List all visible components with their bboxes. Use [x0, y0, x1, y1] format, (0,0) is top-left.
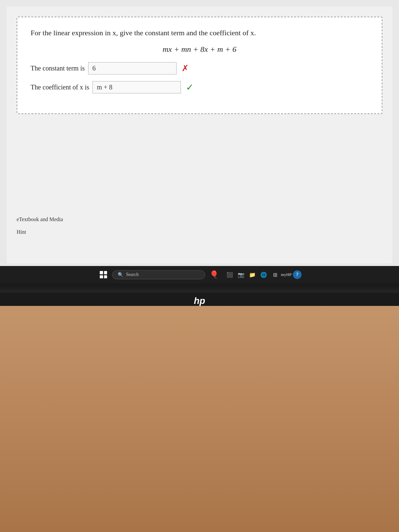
system-tray: ⬛ 📷 📁 🌐 ⊞ myHP ?	[225, 270, 302, 279]
desktop-icon[interactable]: ⬛	[225, 270, 234, 279]
taskbar: 🔍 Search 🎈 ⬛ 📷 📁 🌐 ⊞ myHP ?	[0, 266, 399, 283]
search-input-label: Search	[126, 272, 139, 277]
start-button[interactable]	[97, 269, 109, 281]
etextbook-link[interactable]: eTextbook and Media	[17, 215, 382, 224]
constant-term-input[interactable]	[88, 62, 177, 74]
folder-icon[interactable]: 📁	[248, 270, 257, 279]
coefficient-input[interactable]	[92, 81, 181, 93]
bottom-links: eTextbook and Media Hint	[17, 215, 382, 240]
search-icon: 🔍	[118, 272, 123, 278]
grid-icon[interactable]: ⊞	[270, 270, 280, 279]
hp-logo-text: hp	[194, 296, 205, 306]
keyboard-area: ⬜ f4 ☀ f5 🔇 f6 🔈 f7 🔊 f8 ⏮ f9	[0, 306, 399, 532]
coefficient-row: The coefficient of x is ✓	[31, 81, 368, 93]
windows-logo-icon	[100, 271, 107, 278]
coefficient-correct-icon: ✓	[186, 82, 194, 93]
problem-instruction: For the linear expression in x, give the…	[31, 27, 368, 38]
browser-icon[interactable]: 🌐	[259, 270, 268, 279]
constant-term-incorrect-icon: ✗	[182, 63, 189, 73]
coefficient-label: The coefficient of x is	[31, 83, 89, 91]
help-icon[interactable]: ?	[293, 270, 302, 279]
camera-icon[interactable]: 📷	[236, 270, 246, 279]
laptop-screen: For the linear expression in x, give the…	[0, 0, 399, 286]
math-expression: mx + mn + 8x + m + 6	[31, 45, 368, 54]
content-area: For the linear expression in x, give the…	[7, 7, 392, 263]
hint-link[interactable]: Hint	[17, 227, 382, 237]
search-bar[interactable]: 🔍 Search	[112, 270, 205, 279]
myHP-icon[interactable]: myHP	[282, 270, 291, 279]
widgets-icon[interactable]: 🎈	[208, 269, 220, 281]
problem-container: For the linear expression in x, give the…	[17, 17, 382, 114]
constant-term-label: The constant term is	[31, 65, 85, 72]
balloons-icon: 🎈	[209, 270, 218, 279]
constant-term-row: The constant term is ✗	[31, 62, 368, 74]
